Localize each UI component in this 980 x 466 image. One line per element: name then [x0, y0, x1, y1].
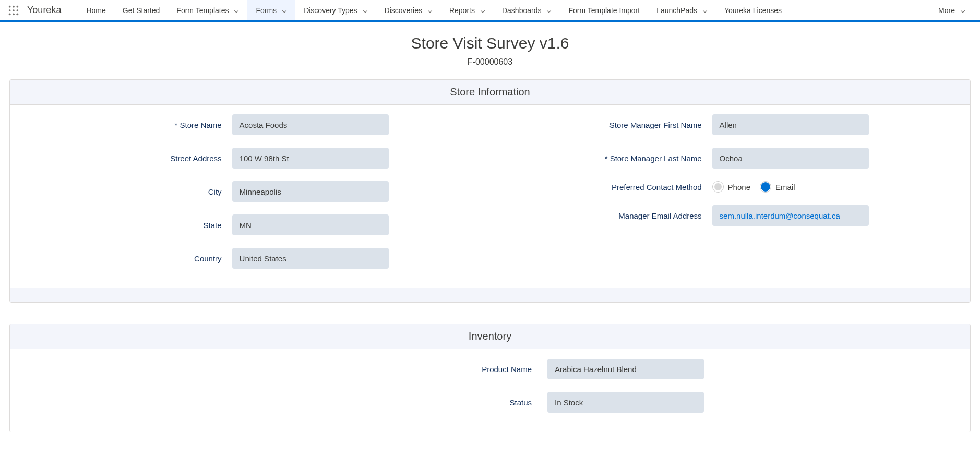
field-value[interactable]: Arabica Hazelnut Blend [547, 359, 704, 379]
nav-tab-discoveries[interactable]: Discoveries [376, 0, 441, 20]
nav-tab-label: More [938, 6, 955, 15]
field-value[interactable]: MN [232, 214, 389, 235]
panel-body: * Store NameAcosta FoodsStreet Address10… [10, 105, 970, 288]
page-title: Store Visit Survey v1.6 [0, 34, 980, 52]
field-value-wrap: Allen [712, 114, 869, 135]
nav-tab-forms[interactable]: Forms [247, 0, 295, 20]
radio-label: Phone [728, 183, 750, 192]
nav-tab-label: Get Started [123, 6, 160, 15]
chevron-down-icon [546, 8, 552, 13]
field-value[interactable]: In Stock [547, 392, 704, 413]
nav-tab-label: Reports [449, 6, 475, 15]
field-label: * Store Manager Last Name [506, 154, 712, 163]
field-value-wrap: Ochoa [712, 148, 869, 169]
radio-icon [712, 181, 724, 193]
nav-tab-home[interactable]: Home [78, 0, 114, 20]
nav-tab-discovery-types[interactable]: Discovery Types [295, 0, 376, 20]
field-label: Status [276, 398, 547, 407]
app-launcher-icon[interactable] [6, 3, 21, 18]
nav-tab-reports[interactable]: Reports [441, 0, 494, 20]
field-label: Manager Email Address [506, 211, 712, 220]
radio-group-wrap: PhoneEmail [712, 181, 869, 193]
form-row: Preferred Contact MethodPhoneEmail [506, 181, 954, 193]
svg-point-3 [9, 9, 11, 11]
field-value[interactable]: Acosta Foods [232, 114, 389, 135]
field-label: Street Address [26, 154, 232, 163]
chevron-down-icon [960, 8, 965, 13]
field-value-wrap: sem.nulla.interdum@consequat.ca [712, 205, 869, 226]
panel-inventory: Inventory Product NameArabica Hazelnut B… [9, 324, 971, 432]
form-row: Store Manager First NameAllen [506, 114, 954, 135]
top-navigation: Youreka HomeGet StartedForm TemplatesFor… [0, 0, 980, 22]
nav-tab-label: Discoveries [385, 6, 422, 15]
chevron-down-icon [282, 8, 287, 13]
panel-body: Product NameArabica Hazelnut BlendStatus… [10, 349, 970, 432]
nav-tab-label: Forms [256, 6, 277, 15]
nav-tab-form-templates[interactable]: Form Templates [168, 0, 247, 20]
chevron-down-icon [702, 8, 708, 13]
svg-point-7 [13, 13, 15, 15]
nav-tab-youreka-licenses[interactable]: Youreka Licenses [716, 0, 790, 20]
form-row: * Store NameAcosta Foods [26, 114, 474, 135]
svg-point-1 [13, 5, 15, 7]
field-value[interactable]: Minneapolis [232, 181, 389, 202]
field-value-wrap: Acosta Foods [232, 114, 389, 135]
nav-tab-label: Dashboards [502, 6, 542, 15]
nav-tab-get-started[interactable]: Get Started [114, 0, 169, 20]
chevron-down-icon [234, 8, 239, 13]
nav-tab-label: Discovery Types [304, 6, 357, 15]
form-row: Manager Email Addresssem.nulla.interdum@… [506, 205, 954, 226]
page-title-block: Store Visit Survey v1.6 F-00000603 [0, 34, 980, 67]
field-value[interactable]: United States [232, 248, 389, 269]
record-id: F-00000603 [0, 57, 980, 67]
form-column-left: * Store NameAcosta FoodsStreet Address10… [10, 114, 490, 281]
radio-label: Email [775, 183, 795, 192]
form-row: Street Address100 W 98th St [26, 148, 474, 169]
field-value[interactable]: Ochoa [712, 148, 869, 169]
field-label: Country [26, 254, 232, 263]
form-row: StateMN [26, 214, 474, 235]
radio-icon [760, 181, 771, 193]
svg-point-0 [9, 5, 11, 7]
svg-point-6 [9, 13, 11, 15]
nav-tab-dashboards[interactable]: Dashboards [494, 0, 560, 20]
svg-point-2 [17, 5, 19, 7]
radio-option-email[interactable]: Email [760, 181, 795, 193]
field-label: Preferred Contact Method [506, 183, 712, 192]
field-value-wrap: Minneapolis [232, 181, 389, 202]
field-value[interactable]: Allen [712, 114, 869, 135]
nav-tab-label: LaunchPads [656, 6, 697, 15]
nav-tab-label: Youreka Licenses [724, 6, 782, 15]
nav-tab-label: Form Template Import [568, 6, 640, 15]
section-header: Inventory [10, 324, 970, 349]
form-row: * Store Manager Last NameOchoa [506, 148, 954, 169]
nav-tab-launchpads[interactable]: LaunchPads [648, 0, 716, 20]
form-row: Product NameArabica Hazelnut Blend [10, 359, 970, 379]
field-value-wrap: 100 W 98th St [232, 148, 389, 169]
field-value-link[interactable]: sem.nulla.interdum@consequat.ca [712, 205, 869, 226]
svg-point-4 [13, 9, 15, 11]
chevron-down-icon [480, 8, 485, 13]
field-label: Store Manager First Name [506, 121, 712, 129]
form-column-right: Store Manager First NameAllen* Store Man… [490, 114, 970, 281]
panel-store-information: Store Information * Store NameAcosta Foo… [9, 79, 971, 303]
chevron-down-icon [363, 8, 368, 13]
nav-tab-more[interactable]: More [930, 0, 974, 20]
field-value-wrap: In Stock [547, 392, 704, 413]
page-content: Store Visit Survey v1.6 F-00000603 Store… [0, 22, 980, 466]
field-label: Product Name [276, 365, 547, 374]
form-row: CityMinneapolis [26, 181, 474, 202]
field-value-wrap: Arabica Hazelnut Blend [547, 359, 704, 379]
radio-option-phone[interactable]: Phone [712, 181, 750, 193]
panel-footer-strip [10, 288, 970, 302]
svg-point-8 [17, 13, 19, 15]
chevron-down-icon [427, 8, 433, 13]
section-header: Store Information [10, 80, 970, 105]
svg-point-5 [17, 9, 19, 11]
field-value[interactable]: 100 W 98th St [232, 148, 389, 169]
field-label: City [26, 187, 232, 196]
nav-tab-form-template-import[interactable]: Form Template Import [560, 0, 648, 20]
brand-label: Youreka [27, 5, 61, 16]
radio-group: PhoneEmail [712, 181, 869, 193]
nav-tabs: HomeGet StartedForm TemplatesFormsDiscov… [78, 0, 974, 20]
